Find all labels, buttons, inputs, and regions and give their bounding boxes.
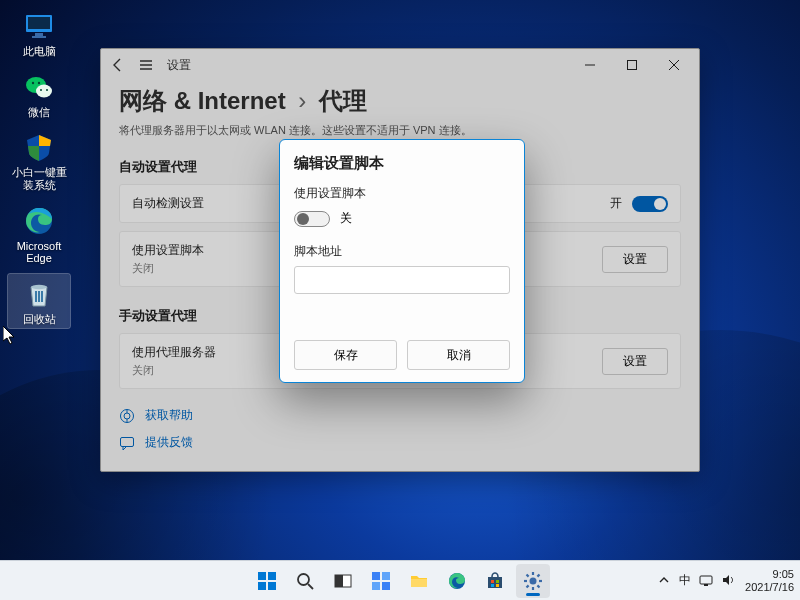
svg-point-9 <box>46 89 48 91</box>
cancel-button[interactable]: 取消 <box>407 340 510 370</box>
svg-rect-42 <box>491 580 494 583</box>
svg-rect-14 <box>41 291 43 302</box>
edge-icon <box>22 204 56 238</box>
svg-rect-37 <box>372 582 380 590</box>
svg-rect-12 <box>35 291 37 302</box>
edit-script-dialog: 编辑设置脚本 使用设置脚本 关 脚本地址 保存 取消 <box>279 139 525 383</box>
svg-point-6 <box>32 81 34 83</box>
edge-button[interactable] <box>440 564 474 598</box>
svg-rect-56 <box>704 584 708 586</box>
time-label: 9:05 <box>773 568 794 581</box>
desktop-icon-wechat[interactable]: 微信 <box>8 67 70 122</box>
search-button[interactable] <box>288 564 322 598</box>
svg-rect-34 <box>335 575 343 587</box>
svg-point-46 <box>530 577 537 584</box>
wechat-icon <box>22 70 56 104</box>
widgets-button[interactable] <box>364 564 398 598</box>
dialog-title: 编辑设置脚本 <box>294 154 510 173</box>
network-icon[interactable] <box>699 573 713 589</box>
svg-rect-30 <box>268 582 276 590</box>
desktop-icon-thispc[interactable]: 此电脑 <box>8 6 70 61</box>
save-button[interactable]: 保存 <box>294 340 397 370</box>
svg-rect-1 <box>28 17 50 29</box>
svg-line-52 <box>537 585 539 587</box>
svg-rect-29 <box>258 582 266 590</box>
tray-chevron-icon[interactable] <box>659 575 669 587</box>
desktop-icon-label: Microsoft Edge <box>8 240 70 265</box>
volume-icon[interactable] <box>721 573 735 589</box>
svg-rect-38 <box>382 582 390 590</box>
taskbar-clock[interactable]: 9:05 2021/7/16 <box>745 568 794 593</box>
desktop-icon-label: 此电脑 <box>23 45 56 58</box>
desktop-icon-recyclebin[interactable]: 回收站 <box>8 274 70 329</box>
svg-rect-35 <box>372 572 380 580</box>
recycle-bin-icon <box>22 277 56 311</box>
svg-line-32 <box>308 584 313 589</box>
ime-indicator[interactable]: 中 <box>679 572 691 589</box>
svg-rect-45 <box>496 584 499 587</box>
use-script-label: 使用设置脚本 <box>294 185 510 202</box>
desktop-icon-edge[interactable]: Microsoft Edge <box>8 201 70 268</box>
taskbar: 中 9:05 2021/7/16 <box>0 560 800 600</box>
svg-point-7 <box>38 81 40 83</box>
svg-point-5 <box>36 84 52 97</box>
svg-line-53 <box>537 574 539 576</box>
svg-rect-41 <box>488 577 502 588</box>
toggle-use-script[interactable] <box>294 211 330 227</box>
svg-rect-3 <box>32 36 46 38</box>
svg-rect-13 <box>38 291 40 302</box>
svg-line-51 <box>527 574 529 576</box>
date-label: 2021/7/16 <box>745 581 794 594</box>
svg-rect-43 <box>496 580 499 583</box>
svg-point-11 <box>31 285 47 289</box>
svg-rect-2 <box>35 33 43 36</box>
desktop-icon-label: 小白一键重装系统 <box>8 166 70 191</box>
svg-rect-55 <box>700 576 712 584</box>
start-button[interactable] <box>250 564 284 598</box>
svg-rect-44 <box>491 584 494 587</box>
svg-point-8 <box>40 89 42 91</box>
desktop-icon-label: 微信 <box>28 106 50 119</box>
svg-rect-36 <box>382 572 390 580</box>
svg-rect-27 <box>258 572 266 580</box>
taskview-button[interactable] <box>326 564 360 598</box>
svg-rect-39 <box>411 579 427 587</box>
toggle-state-label: 关 <box>340 210 352 227</box>
desktop-icon-xiaobai[interactable]: 小白一键重装系统 <box>8 127 70 194</box>
desktop-icon-label: 回收站 <box>23 313 56 326</box>
desktop-icons: 此电脑 微信 小白一键重装系统 Microsoft Edge 回收站 <box>8 6 70 328</box>
store-button[interactable] <box>478 564 512 598</box>
svg-point-31 <box>298 574 309 585</box>
cursor-icon <box>3 326 17 346</box>
explorer-button[interactable] <box>402 564 436 598</box>
script-address-input[interactable] <box>294 266 510 294</box>
monitor-icon <box>22 9 56 43</box>
script-address-label: 脚本地址 <box>294 243 510 260</box>
svg-rect-28 <box>268 572 276 580</box>
reinstall-icon <box>22 130 56 164</box>
svg-line-54 <box>527 585 529 587</box>
settings-taskbar-button[interactable] <box>516 564 550 598</box>
